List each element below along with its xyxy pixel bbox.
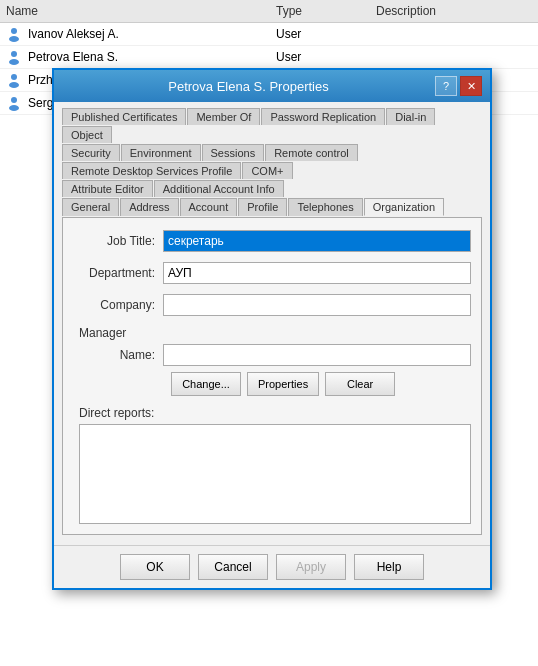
user-type: User — [276, 27, 376, 41]
tab-dial-in[interactable]: Dial-in — [386, 108, 435, 125]
dialog-titlebar: Petrova Elena S. Properties ? ✕ — [54, 70, 490, 102]
tab-row-2: Security Environment Sessions Remote con… — [62, 144, 482, 161]
tab-profile[interactable]: Profile — [238, 198, 287, 216]
job-title-input[interactable] — [163, 230, 471, 252]
user-icon — [6, 49, 22, 65]
tab-com[interactable]: COM+ — [242, 162, 292, 179]
help-button[interactable]: ? — [435, 76, 457, 96]
svg-point-1 — [9, 36, 19, 42]
svg-point-4 — [11, 74, 17, 80]
direct-reports-label: Direct reports: — [73, 406, 471, 420]
company-input[interactable] — [163, 294, 471, 316]
column-header-name: Name — [6, 4, 276, 18]
department-row: Department: — [73, 262, 471, 284]
apply-button[interactable]: Apply — [276, 554, 346, 580]
job-title-row: Job Title: — [73, 230, 471, 252]
direct-reports-section: Direct reports: — [73, 406, 471, 524]
manager-name-row: Name: — [73, 344, 471, 366]
tab-environment[interactable]: Environment — [121, 144, 201, 161]
close-button[interactable]: ✕ — [460, 76, 482, 96]
tab-general[interactable]: General — [62, 198, 119, 216]
tab-account[interactable]: Account — [180, 198, 238, 216]
tab-telephones[interactable]: Telephones — [288, 198, 362, 216]
tab-additional-account[interactable]: Additional Account Info — [154, 180, 284, 197]
dialog-title: Petrova Elena S. Properties — [62, 79, 435, 94]
column-header-description: Description — [376, 4, 532, 18]
ok-button[interactable]: OK — [120, 554, 190, 580]
list-item[interactable]: Ivanov Aleksej A. User — [0, 23, 538, 46]
company-row: Company: — [73, 294, 471, 316]
tab-remote-control[interactable]: Remote control — [265, 144, 358, 161]
svg-point-0 — [11, 28, 17, 34]
company-label: Company: — [73, 298, 163, 312]
svg-point-2 — [11, 51, 17, 57]
properties-button[interactable]: Properties — [247, 372, 319, 396]
user-icon — [6, 26, 22, 42]
manager-section: Manager Name: Change... Properties Clear — [73, 326, 471, 396]
tab-object[interactable]: Object — [62, 126, 112, 143]
tab-address[interactable]: Address — [120, 198, 178, 216]
svg-point-7 — [9, 105, 19, 111]
help-footer-button[interactable]: Help — [354, 554, 424, 580]
list-header: Name Type Description — [0, 0, 538, 23]
tab-password-replication[interactable]: Password Replication — [261, 108, 385, 125]
tab-row-5: General Address Account Profile Telephon… — [62, 198, 482, 216]
svg-point-3 — [9, 59, 19, 65]
titlebar-buttons: ? ✕ — [435, 76, 482, 96]
dialog-footer: OK Cancel Apply Help — [54, 545, 490, 588]
user-type: User — [276, 50, 376, 64]
user-name: Ivanov Aleksej A. — [28, 27, 119, 41]
tab-panel-organization: Job Title: Department: Company: Manager — [62, 217, 482, 535]
direct-reports-box[interactable] — [79, 424, 471, 524]
tab-remote-desktop[interactable]: Remote Desktop Services Profile — [62, 162, 241, 179]
tab-security[interactable]: Security — [62, 144, 120, 161]
properties-dialog: Petrova Elena S. Properties ? ✕ Publishe… — [52, 68, 492, 590]
tab-row-4: Attribute Editor Additional Account Info — [62, 180, 482, 197]
dialog-content: Published Certificates Member Of Passwor… — [54, 102, 490, 545]
clear-button[interactable]: Clear — [325, 372, 395, 396]
cancel-button[interactable]: Cancel — [198, 554, 268, 580]
tab-row-1: Published Certificates Member Of Passwor… — [62, 108, 482, 143]
user-name: Petrova Elena S. — [28, 50, 118, 64]
department-label: Department: — [73, 266, 163, 280]
user-icon — [6, 95, 22, 111]
tabs-container: Published Certificates Member Of Passwor… — [62, 108, 482, 535]
manager-name-input[interactable] — [163, 344, 471, 366]
column-header-type: Type — [276, 4, 376, 18]
tab-published-certificates[interactable]: Published Certificates — [62, 108, 186, 125]
manager-section-label: Manager — [73, 326, 471, 340]
change-button[interactable]: Change... — [171, 372, 241, 396]
department-input[interactable] — [163, 262, 471, 284]
manager-name-label: Name: — [73, 348, 163, 362]
tab-attribute-editor[interactable]: Attribute Editor — [62, 180, 153, 197]
tab-organization[interactable]: Organization — [364, 198, 444, 216]
list-item[interactable]: Petrova Elena S. User — [0, 46, 538, 69]
tab-row-3: Remote Desktop Services Profile COM+ — [62, 162, 482, 179]
svg-point-6 — [11, 97, 17, 103]
tab-member-of[interactable]: Member Of — [187, 108, 260, 125]
job-title-label: Job Title: — [73, 234, 163, 248]
user-icon — [6, 72, 22, 88]
svg-point-5 — [9, 82, 19, 88]
manager-buttons: Change... Properties Clear — [171, 372, 471, 396]
tab-sessions[interactable]: Sessions — [202, 144, 265, 161]
